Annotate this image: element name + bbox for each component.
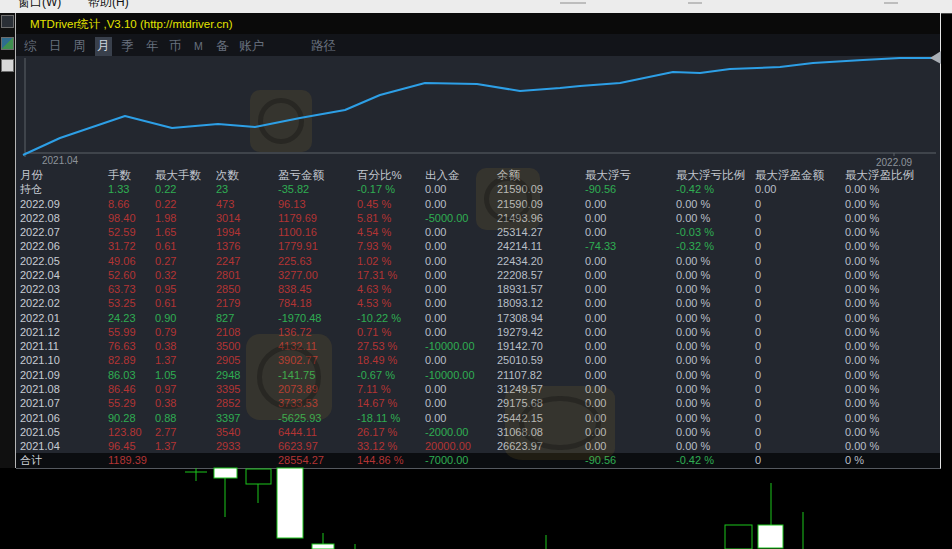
value-cell: 86.03: [108, 368, 155, 382]
tool-button-icon[interactable]: [1, 15, 14, 28]
value-cell: 0: [755, 268, 845, 282]
value-cell: -10000.00: [425, 368, 497, 382]
value-cell: 76.63: [108, 339, 155, 353]
value-cell: 0.22: [155, 182, 216, 196]
menu-item-help[interactable]: 帮助(H): [88, 0, 129, 11]
value-cell: 4.63 %: [357, 282, 425, 296]
value-cell: 25442.15: [497, 411, 585, 425]
value-cell: 1376: [216, 239, 278, 253]
value-cell: 0.00: [585, 439, 676, 453]
image-tool-icon[interactable]: [1, 37, 14, 50]
value-cell: -90.56: [585, 182, 676, 196]
tab-account[interactable]: 账户: [237, 37, 266, 56]
value-cell: 0.00 %: [845, 211, 935, 225]
value-cell: 0: [755, 382, 845, 396]
tab-note[interactable]: 备: [214, 37, 231, 56]
value-cell: 31068.08: [497, 425, 585, 439]
value-cell: 0.00 %: [845, 282, 935, 296]
value-cell: 0.88: [155, 411, 216, 425]
month-cell: 2021.06: [20, 411, 108, 425]
value-cell: -10.22 %: [357, 311, 425, 325]
value-cell: 0.00 %: [845, 311, 935, 325]
value-cell: 0: [755, 368, 845, 382]
value-cell: -0.03 %: [676, 225, 755, 239]
candlestick: [214, 468, 237, 478]
value-cell: 52.60: [108, 268, 155, 282]
value-cell: -5625.93: [278, 411, 357, 425]
value-cell: 0.00 %: [676, 382, 755, 396]
value-cell: 0.00 %: [845, 197, 935, 211]
value-cell: 0.00 %: [845, 182, 935, 196]
value-cell: 0.90: [155, 311, 216, 325]
value-cell: -74.33: [585, 239, 676, 253]
candlestick: [277, 468, 303, 538]
panel-titlebar[interactable]: MTDriver统计 ,V3.10 (http://mtdriver.cn): [16, 13, 940, 34]
value-cell: 21590.09: [497, 197, 585, 211]
value-cell: 0.00 %: [676, 411, 755, 425]
table-row: 2021.1176.630.3835004132.1127.53 %-10000…: [16, 339, 940, 353]
value-cell: 0.00 %: [676, 439, 755, 453]
value-cell: 0.00 %: [845, 425, 935, 439]
value-cell: 0.00: [425, 239, 497, 253]
value-cell: 26.17 %: [357, 425, 425, 439]
value-cell: 0.00 %: [845, 254, 935, 268]
month-cell: 2021.05: [20, 425, 108, 439]
value-cell: 2108: [216, 325, 278, 339]
value-cell: 1100.16: [278, 225, 357, 239]
value-cell: 0.97: [155, 382, 216, 396]
tab-quarter[interactable]: 季: [119, 37, 136, 56]
value-cell: 82.89: [108, 353, 155, 367]
value-cell: 0.00: [425, 311, 497, 325]
value-cell: 18931.57: [497, 282, 585, 296]
value-cell: 0.00: [585, 339, 676, 353]
value-cell: 0.00 %: [676, 325, 755, 339]
value-cell: 0.00: [585, 411, 676, 425]
value-cell: 0.00 %: [845, 368, 935, 382]
value-cell: 3277.00: [278, 268, 357, 282]
table-row: 2022.098.660.2247396.130.45 %0.0021590.0…: [16, 197, 940, 211]
menu-divider: [688, 2, 702, 4]
value-cell: -0.17 %: [357, 182, 425, 196]
column-header: 出入金: [425, 168, 497, 182]
value-cell: 0.00: [425, 396, 497, 410]
value-cell: 0.38: [155, 339, 216, 353]
value-cell: 0.00: [585, 425, 676, 439]
value-cell: 0.00: [585, 197, 676, 211]
tab-currency[interactable]: 币: [167, 37, 184, 56]
value-cell: 7.93 %: [357, 239, 425, 253]
value-cell: 0: [755, 239, 845, 253]
tab-week[interactable]: 周: [71, 37, 88, 56]
value-cell: 3500: [216, 339, 278, 353]
tab-m[interactable]: M: [192, 39, 205, 53]
tab-path[interactable]: 路径: [309, 37, 338, 56]
value-cell: 0: [755, 311, 845, 325]
value-cell: 6444.11: [278, 425, 357, 439]
value-cell: 827: [216, 311, 278, 325]
value-cell: 0: [755, 439, 845, 453]
tab-day[interactable]: 日: [47, 37, 64, 56]
column-header: 手数: [108, 168, 155, 182]
value-cell: 2.77: [155, 425, 216, 439]
tab-year[interactable]: 年: [144, 37, 161, 56]
value-cell: 96.45: [108, 439, 155, 453]
value-cell: 0.00 %: [676, 254, 755, 268]
value-cell: 0: [755, 282, 845, 296]
check-tool-icon[interactable]: [1, 59, 14, 72]
month-cell: 2021.12: [20, 325, 108, 339]
value-cell: 1.65: [155, 225, 216, 239]
tab-summary[interactable]: 综: [22, 37, 39, 56]
candlestick: [312, 544, 334, 549]
month-cell: 2021.04: [20, 439, 108, 453]
value-cell: 4.54 %: [357, 225, 425, 239]
value-cell: 0.00 %: [845, 296, 935, 310]
month-cell: 2022.01: [20, 311, 108, 325]
value-cell: 0: [755, 453, 845, 467]
panel-title: MTDriver统计 ,V3.10 (http://mtdriver.cn): [30, 17, 233, 32]
tab-month[interactable]: 月: [95, 37, 112, 56]
value-cell: 2852: [216, 396, 278, 410]
value-cell: 0.00: [425, 254, 497, 268]
value-cell: [216, 453, 278, 467]
value-cell: 473: [216, 197, 278, 211]
value-cell: 0.00: [585, 396, 676, 410]
menu-item-window[interactable]: 窗口(W): [18, 0, 61, 11]
